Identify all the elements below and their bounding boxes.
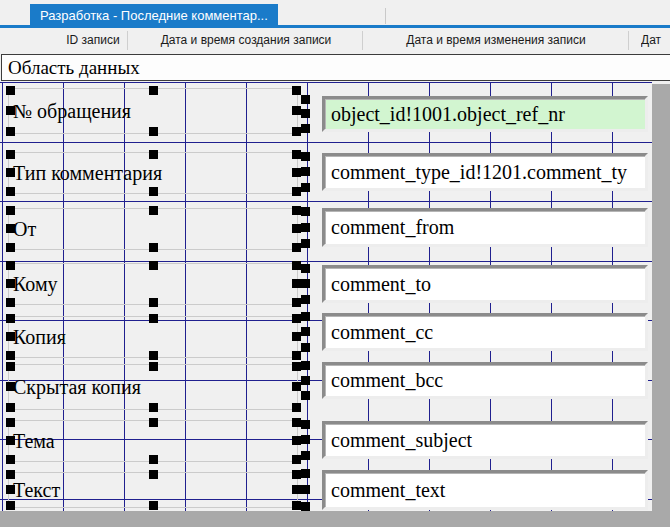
selection-handle[interactable] bbox=[6, 332, 15, 341]
field-control[interactable]: comment_text bbox=[322, 470, 648, 510]
selection-handle[interactable] bbox=[6, 127, 15, 136]
selection-handle[interactable] bbox=[301, 435, 310, 444]
selection-handle[interactable] bbox=[292, 418, 301, 427]
selection-handle[interactable] bbox=[292, 261, 301, 270]
selection-handle[interactable] bbox=[301, 361, 310, 370]
selection-handle[interactable] bbox=[6, 436, 15, 445]
selection-handle[interactable] bbox=[301, 391, 310, 400]
selection-handle[interactable] bbox=[301, 327, 310, 336]
selection-handle[interactable] bbox=[301, 264, 310, 273]
selection-handle[interactable] bbox=[301, 207, 310, 216]
selection-handle[interactable] bbox=[301, 420, 310, 429]
selection-handle[interactable] bbox=[301, 109, 310, 118]
selection-handle[interactable] bbox=[301, 95, 310, 104]
column-header-created[interactable]: Дата и время создания записи bbox=[132, 28, 360, 53]
selection-handle[interactable] bbox=[6, 403, 15, 412]
selection-handle[interactable] bbox=[292, 501, 301, 510]
selection-handle[interactable] bbox=[292, 127, 301, 136]
selection-handle[interactable] bbox=[292, 362, 301, 371]
selection-handle[interactable] bbox=[292, 314, 301, 323]
selection-handle[interactable] bbox=[292, 168, 301, 177]
column-header-partial[interactable]: Дат bbox=[641, 28, 670, 53]
selection-handle[interactable] bbox=[6, 351, 15, 360]
selection-handle[interactable] bbox=[292, 86, 301, 95]
selection-handle[interactable] bbox=[301, 239, 310, 248]
selection-handle[interactable] bbox=[292, 150, 301, 159]
selection-handle[interactable] bbox=[149, 314, 158, 323]
selection-handle[interactable] bbox=[6, 485, 15, 494]
selection-handle[interactable] bbox=[292, 382, 301, 391]
selection-handle[interactable] bbox=[6, 150, 15, 159]
field-control[interactable]: comment_type_id!1201.comment_ty bbox=[322, 153, 648, 191]
field-control[interactable]: comment_subject bbox=[322, 421, 648, 459]
selection-handle[interactable] bbox=[301, 312, 310, 321]
tab-development[interactable]: Разработка - Последние комментар... bbox=[30, 4, 278, 26]
selection-handle[interactable] bbox=[6, 470, 15, 479]
selection-handle[interactable] bbox=[292, 187, 301, 196]
selection-handle[interactable] bbox=[149, 403, 158, 412]
selection-handle[interactable] bbox=[292, 206, 301, 215]
selection-handle[interactable] bbox=[292, 455, 301, 464]
column-header-id[interactable]: ID записи bbox=[48, 28, 138, 53]
selection-handle[interactable] bbox=[6, 243, 15, 252]
selection-handle[interactable] bbox=[301, 451, 310, 460]
selection-handle[interactable] bbox=[149, 455, 158, 464]
selection-handle[interactable] bbox=[301, 124, 310, 133]
selection-handle[interactable] bbox=[149, 206, 158, 215]
selection-handle[interactable] bbox=[6, 261, 15, 270]
selection-handle[interactable] bbox=[6, 455, 15, 464]
selection-handle[interactable] bbox=[149, 261, 158, 270]
selection-handle[interactable] bbox=[149, 150, 158, 159]
selection-handle[interactable] bbox=[301, 485, 310, 494]
selection-handle[interactable] bbox=[149, 298, 158, 307]
selection-handle[interactable] bbox=[301, 343, 310, 352]
selection-handle[interactable] bbox=[149, 418, 158, 427]
selection-handle[interactable] bbox=[6, 314, 15, 323]
selection-handle[interactable] bbox=[292, 351, 301, 360]
selection-handle[interactable] bbox=[6, 279, 15, 288]
selection-handle[interactable] bbox=[301, 183, 310, 192]
selection-handle[interactable] bbox=[292, 298, 301, 307]
selection-handle[interactable] bbox=[149, 187, 158, 196]
selection-handle[interactable] bbox=[6, 362, 15, 371]
selection-handle[interactable] bbox=[6, 501, 15, 510]
selection-handle[interactable] bbox=[6, 168, 15, 177]
selection-handle[interactable] bbox=[301, 279, 310, 288]
selection-handle[interactable] bbox=[149, 243, 158, 252]
selection-handle[interactable] bbox=[292, 485, 301, 494]
band-data-area[interactable]: Область данных bbox=[1, 54, 670, 81]
selection-handle[interactable] bbox=[6, 382, 15, 391]
selection-handle[interactable] bbox=[292, 106, 301, 115]
selection-handle[interactable] bbox=[149, 127, 158, 136]
selection-handle[interactable] bbox=[149, 470, 158, 479]
selection-handle[interactable] bbox=[301, 152, 310, 161]
selection-handle[interactable] bbox=[6, 418, 15, 427]
field-control[interactable]: object_id!1001.object_ref_nr bbox=[322, 96, 648, 132]
selection-handle[interactable] bbox=[301, 376, 310, 385]
selection-handle[interactable] bbox=[292, 332, 301, 341]
selection-handle[interactable] bbox=[6, 224, 15, 233]
selection-handle[interactable] bbox=[149, 86, 158, 95]
selection-handle[interactable] bbox=[292, 243, 301, 252]
field-control[interactable]: comment_bcc bbox=[322, 362, 648, 399]
selection-handle[interactable] bbox=[301, 469, 310, 478]
selection-handle[interactable] bbox=[6, 298, 15, 307]
selection-handle[interactable] bbox=[292, 403, 301, 412]
selection-handle[interactable] bbox=[301, 223, 310, 232]
selection-handle[interactable] bbox=[301, 167, 310, 176]
selection-handle[interactable] bbox=[292, 224, 301, 233]
field-control[interactable]: comment_cc bbox=[322, 313, 648, 351]
selection-handle[interactable] bbox=[149, 351, 158, 360]
selection-handle[interactable] bbox=[292, 470, 301, 479]
selection-handle[interactable] bbox=[6, 187, 15, 196]
selection-handle[interactable] bbox=[6, 206, 15, 215]
field-control[interactable]: comment_from bbox=[322, 208, 648, 247]
column-header-modified[interactable]: Дата и время изменения записи bbox=[367, 28, 625, 53]
selection-handle[interactable] bbox=[301, 502, 310, 511]
selection-handle[interactable] bbox=[292, 436, 301, 445]
selection-handle[interactable] bbox=[6, 86, 15, 95]
selection-handle[interactable] bbox=[149, 501, 158, 510]
selection-handle[interactable] bbox=[292, 279, 301, 288]
selection-handle[interactable] bbox=[149, 362, 158, 371]
selection-handle[interactable] bbox=[301, 295, 310, 304]
